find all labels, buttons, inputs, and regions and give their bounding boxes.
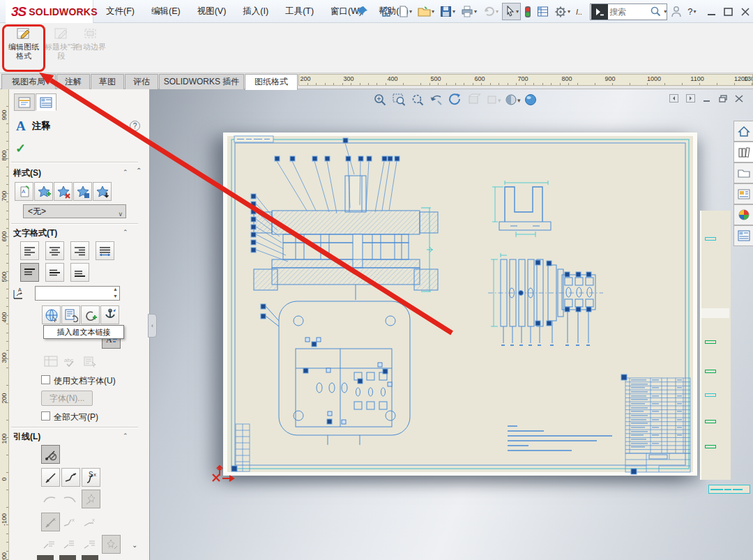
sw-resources-button[interactable]: [733, 121, 753, 142]
pin-menu-icon[interactable]: [357, 6, 368, 17]
spline-leader-button[interactable]: xS: [82, 468, 100, 487]
featuremanager-tab[interactable]: [14, 93, 35, 111]
link-to-property-button[interactable]: [61, 305, 80, 324]
file-explorer-button[interactable]: [733, 162, 753, 183]
options-button[interactable]: ▾: [552, 3, 572, 20]
maximize-button[interactable]: [724, 8, 733, 16]
search-box[interactable]: ▾: [590, 3, 667, 20]
menu-file[interactable]: 文件(F): [98, 0, 143, 23]
window-controls: [707, 8, 750, 16]
display-style-icon[interactable]: ▾: [505, 93, 519, 107]
zoom-fit-icon[interactable]: [373, 93, 387, 107]
doc-close-button[interactable]: [735, 95, 743, 103]
panel-scroll-up-icon[interactable]: ⌃: [136, 167, 142, 174]
minimize-button[interactable]: [707, 8, 717, 16]
new-caret-icon[interactable]: ▾: [409, 8, 412, 15]
no-leader-button[interactable]: [41, 445, 60, 464]
dimxpert-tool[interactable]: I..: [574, 3, 584, 20]
menu-edit[interactable]: 编辑(E): [143, 0, 189, 23]
search-input[interactable]: [609, 7, 648, 17]
zoom-in-out-icon[interactable]: [411, 93, 425, 107]
insert-hyperlink-button[interactable]: [42, 305, 61, 324]
ruler-label: 200: [1, 388, 8, 409]
text-format-collapse-icon[interactable]: ⌃: [123, 229, 128, 236]
leader-collapse-icon[interactable]: ⌃: [123, 432, 128, 439]
open-caret-icon[interactable]: ▾: [432, 8, 434, 15]
save-style-button[interactable]: [73, 182, 92, 201]
all-caps-checkbox[interactable]: [41, 411, 50, 421]
panel-scroll-down-icon[interactable]: ⌄: [132, 541, 137, 549]
load-style-button[interactable]: [93, 182, 112, 201]
undo-caret-icon[interactable]: ▾: [496, 8, 499, 15]
user-account-icon[interactable]: [669, 3, 684, 20]
help-caret-icon[interactable]: ▾: [694, 8, 697, 15]
apply-default-style-button[interactable]: A: [15, 182, 33, 201]
save-caret-icon[interactable]: ▾: [452, 8, 455, 15]
view-palette-button[interactable]: [733, 183, 753, 204]
bom-table-button[interactable]: [535, 3, 551, 20]
style-collapse-icon[interactable]: ⌃: [123, 169, 128, 176]
align-bottom-button[interactable]: [70, 263, 89, 282]
angle-spinner[interactable]: ▲▼: [111, 287, 120, 298]
undo-button[interactable]: ▾: [480, 3, 501, 20]
style-dropdown[interactable]: <无> ∨: [23, 204, 126, 218]
tab-sheet-format[interactable]: 图纸格式: [245, 74, 298, 90]
tab-annotation[interactable]: 注解: [56, 74, 90, 89]
insert-field-button[interactable]: [81, 305, 100, 324]
doc-minimize-button[interactable]: [703, 95, 711, 103]
tab-view-layout[interactable]: 视图布局: [1, 74, 56, 89]
align-middle-button[interactable]: [45, 263, 64, 282]
align-center-button[interactable]: [45, 241, 64, 260]
straight-leader-button[interactable]: [41, 468, 60, 487]
open-button[interactable]: ▾: [416, 3, 436, 20]
search-caret-icon[interactable]: ▾: [664, 8, 667, 15]
tab-evaluate[interactable]: 评估: [125, 74, 158, 89]
select-tool-button[interactable]: ▾: [502, 3, 521, 20]
interference-check-icon[interactable]: [522, 3, 533, 20]
tab-sketch[interactable]: 草图: [91, 74, 124, 89]
justify-fit-button[interactable]: [96, 241, 114, 260]
menu-tools[interactable]: 工具(T): [277, 0, 322, 23]
add-style-button[interactable]: [34, 182, 53, 201]
print-caret-icon[interactable]: ▾: [474, 8, 477, 15]
pane-left-button[interactable]: [669, 94, 678, 103]
align-left-button[interactable]: [20, 241, 39, 260]
angle-input[interactable]: [35, 286, 120, 301]
home-button[interactable]: [378, 3, 395, 20]
pane-right-button[interactable]: [686, 94, 695, 103]
ok-check-icon[interactable]: ✓: [15, 141, 26, 156]
search-command-icon[interactable]: [591, 4, 608, 20]
search-icon[interactable]: [650, 6, 662, 17]
propertymanager-tab[interactable]: [36, 93, 56, 111]
drawing-sheet[interactable]: [223, 133, 697, 476]
tab-sw-addins[interactable]: SOLIDWORKS 插件: [159, 74, 244, 89]
edit-sheet-format-button[interactable]: 编辑图纸格式: [6, 27, 42, 61]
print-button[interactable]: ▾: [459, 3, 479, 20]
graphics-area[interactable]: ‹ ▾ ▾: [150, 89, 753, 560]
panel-collapse-handle[interactable]: ‹: [148, 314, 157, 338]
zoom-area-icon[interactable]: [392, 93, 406, 107]
align-right-button[interactable]: [70, 241, 89, 260]
align-top-button[interactable]: [20, 263, 39, 282]
appearances-button[interactable]: [733, 204, 753, 225]
select-caret-icon[interactable]: ▾: [516, 8, 519, 15]
design-library-button[interactable]: [733, 142, 753, 162]
delete-style-button[interactable]: [54, 182, 73, 201]
edit-appearance-icon[interactable]: [524, 93, 538, 107]
rotate-view-icon[interactable]: [448, 93, 462, 107]
lock-anchor-button[interactable]: [100, 305, 119, 324]
doc-restore-button[interactable]: [719, 95, 727, 103]
close-button[interactable]: [740, 8, 750, 16]
options-caret-icon[interactable]: ▾: [568, 8, 570, 15]
style-section-label: 样式(S): [13, 167, 41, 179]
use-document-font-checkbox[interactable]: [41, 375, 50, 384]
menu-view[interactable]: 视图(V): [189, 0, 235, 23]
menu-insert[interactable]: 插入(I): [234, 0, 277, 23]
panel-help-icon[interactable]: ?: [130, 121, 140, 131]
previous-view-icon[interactable]: [429, 93, 443, 107]
new-document-button[interactable]: ▾: [396, 3, 414, 20]
help-menu[interactable]: ?▾: [685, 3, 698, 20]
custom-properties-button[interactable]: [733, 225, 753, 246]
save-button[interactable]: ▾: [438, 3, 457, 20]
bent-leader-button[interactable]: [61, 468, 80, 487]
